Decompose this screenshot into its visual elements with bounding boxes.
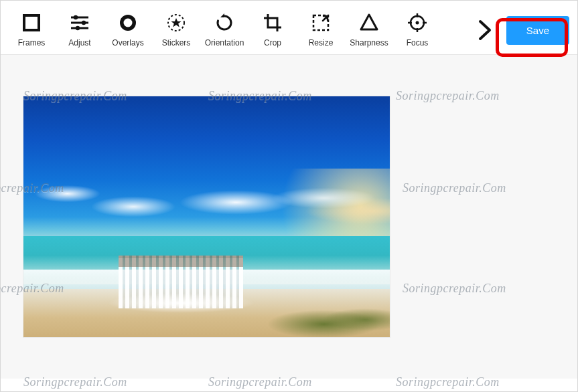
tool-crop[interactable]: Crop [248, 13, 297, 47]
adjust-icon [70, 13, 90, 33]
svg-marker-12 [361, 15, 377, 29]
editor-toolbar: Frames Adjust Overlays [1, 1, 577, 55]
canvas-area [1, 55, 577, 379]
tool-label: Overlays [112, 38, 143, 47]
image-preview[interactable] [23, 96, 390, 337]
tool-label: Crop [264, 38, 281, 47]
svg-point-4 [74, 15, 78, 19]
svg-marker-11 [220, 13, 224, 17]
toolbar-scroll-right[interactable] [472, 14, 498, 46]
save-container: Save [502, 16, 573, 45]
tool-label: Adjust [68, 38, 90, 47]
sharpness-icon [359, 13, 379, 33]
svg-marker-10 [171, 18, 182, 27]
tool-label: Sharpness [350, 38, 388, 47]
stickers-icon [166, 13, 186, 33]
preview-clouds [23, 159, 390, 246]
tool-orientation[interactable]: Orientation [200, 13, 248, 47]
tool-focus[interactable]: Focus [393, 13, 441, 47]
chevron-right-icon [478, 19, 492, 41]
svg-point-8 [124, 19, 133, 27]
tool-label: Resize [309, 38, 334, 47]
tool-overlays[interactable]: Overlays [104, 13, 152, 47]
tool-frames[interactable]: Frames [7, 13, 56, 47]
preview-waterfall [119, 256, 243, 308]
tool-sharpness[interactable]: Sharpness [345, 13, 393, 47]
tool-label: Frames [18, 38, 46, 47]
frames-icon [21, 13, 42, 33]
save-button[interactable]: Save [506, 16, 569, 45]
orientation-icon [214, 13, 234, 33]
overlays-icon [118, 13, 138, 33]
tool-stickers[interactable]: Stickers [152, 13, 200, 47]
tool-resize[interactable]: Resize [297, 13, 345, 47]
svg-point-5 [82, 21, 86, 25]
focus-icon [407, 13, 427, 33]
svg-rect-0 [24, 15, 39, 30]
tool-label: Stickers [162, 38, 191, 47]
crop-icon [263, 13, 283, 33]
resize-icon [311, 13, 331, 33]
tool-adjust[interactable]: Adjust [56, 13, 104, 47]
svg-point-14 [416, 21, 419, 25]
svg-point-6 [76, 26, 80, 30]
image-editor-app: Frames Adjust Overlays [0, 0, 578, 392]
tool-label: Orientation [205, 38, 244, 47]
tool-label: Focus [407, 38, 429, 47]
